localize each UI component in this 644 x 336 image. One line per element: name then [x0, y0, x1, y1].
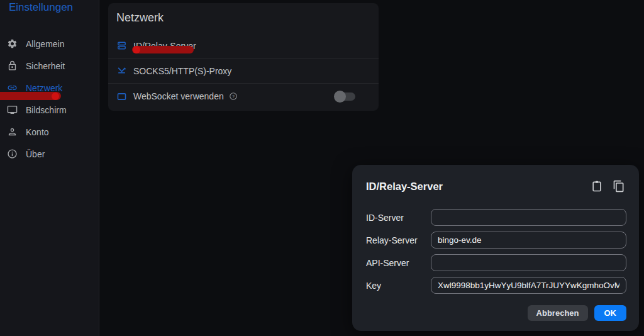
svg-text:?: ?: [232, 94, 235, 99]
field-label: Key: [366, 281, 431, 291]
key-input[interactable]: [431, 277, 626, 294]
red-highlight-netzwerk: [0, 92, 61, 100]
sidebar-item-sicherheit[interactable]: Sicherheit: [0, 55, 99, 77]
sidebar-item-label: Allgemein: [26, 39, 64, 49]
red-highlight-id-relay: [132, 46, 194, 53]
field-row-key: Key: [366, 277, 626, 294]
row-label: SOCKS5/HTTP(S)-Proxy: [133, 66, 231, 76]
settings-window: Einstellungen Allgemein Sicherheit Netzw…: [0, 0, 644, 336]
id-server-input[interactable]: [431, 209, 626, 226]
sidebar-item-allgemein[interactable]: Allgemein: [0, 33, 99, 55]
copy-icon[interactable]: [613, 180, 625, 193]
api-server-input[interactable]: [431, 254, 626, 271]
red-highlight-dot: [133, 46, 140, 53]
paste-icon[interactable]: [591, 180, 603, 193]
socks-proxy-row[interactable]: SOCKS5/HTTP(S)-Proxy: [108, 59, 379, 84]
websocket-row[interactable]: WebSocket verwenden ?: [108, 84, 379, 109]
help-icon[interactable]: ?: [229, 92, 238, 101]
network-panel-title: Netzwerk: [116, 11, 164, 25]
field-row-api-server: API-Server: [366, 254, 626, 271]
dialog-title: ID/Relay-Server: [366, 181, 443, 193]
network-panel: Netzwerk ID/Relay-Server SOCKS5/HTTP(S)-…: [108, 3, 379, 111]
server-icon: [116, 40, 127, 51]
sidebar-item-label: Bildschirm: [26, 105, 67, 115]
dialog-footer: Abbrechen OK: [528, 305, 626, 321]
monitor-icon: [7, 104, 18, 115]
gear-icon: [7, 38, 18, 49]
person-icon: [7, 126, 18, 137]
sidebar-item-label: Sicherheit: [26, 61, 65, 71]
websocket-icon: [116, 91, 127, 102]
sidebar-item-bildschirm[interactable]: Bildschirm: [0, 99, 99, 121]
info-icon: [7, 148, 18, 159]
page-title: Einstellungen: [9, 1, 73, 14]
ok-button[interactable]: OK: [594, 305, 627, 321]
field-row-id-server: ID-Server: [366, 209, 626, 226]
sidebar-item-label: Über: [26, 149, 45, 159]
lock-icon: [7, 60, 18, 71]
dialog-header-icons: [591, 180, 625, 193]
red-highlight-dot: [52, 92, 59, 100]
field-label: API-Server: [366, 258, 431, 268]
field-row-relay-server: Relay-Server: [366, 232, 626, 249]
proxy-icon: [116, 65, 127, 76]
sidebar-item-label: Konto: [26, 127, 49, 137]
toggle-knob: [334, 91, 346, 103]
settings-sidebar: Einstellungen Allgemein Sicherheit Netzw…: [0, 0, 99, 336]
field-label: ID-Server: [366, 213, 431, 223]
relay-server-input[interactable]: [431, 232, 626, 249]
network-panel-rows: ID/Relay-Server SOCKS5/HTTP(S)-Proxy Web…: [108, 33, 379, 109]
id-relay-server-dialog: ID/Relay-Server ID-Server Relay-Server A…: [352, 165, 639, 331]
dialog-fields: ID-Server Relay-Server API-Server Key: [366, 209, 626, 300]
sidebar-item-konto[interactable]: Konto: [0, 121, 99, 143]
cancel-button[interactable]: Abbrechen: [528, 305, 588, 321]
field-label: Relay-Server: [366, 235, 431, 245]
websocket-toggle[interactable]: [334, 90, 357, 103]
sidebar-item-ueber[interactable]: Über: [0, 143, 99, 165]
row-label: WebSocket verwenden: [133, 91, 224, 101]
dialog-header: ID/Relay-Server: [366, 179, 625, 194]
